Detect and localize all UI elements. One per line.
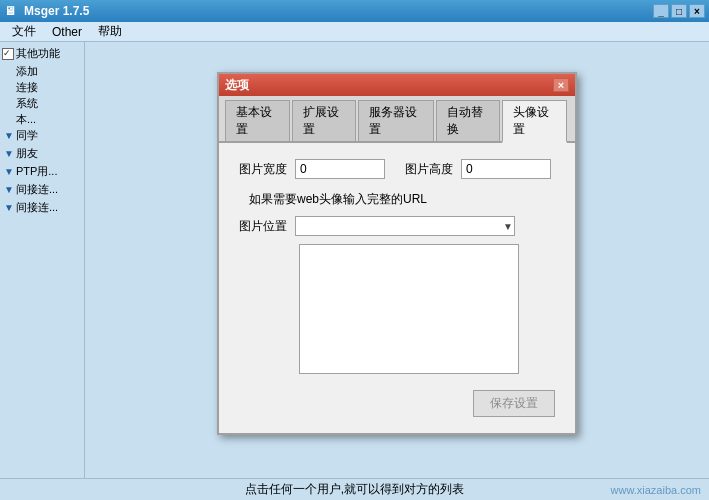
sidebar-group-indirect2: ▼ 间接连... <box>2 199 82 216</box>
arrow-indirect1: ▼ <box>4 184 14 195</box>
tabs-bar: 基本设置 扩展设置 服务器设置 自动替换 头像设置 <box>219 96 575 143</box>
menu-other[interactable]: Other <box>44 23 90 41</box>
sidebar-classmates-label: 同学 <box>16 128 38 143</box>
sidebar-group-ptp: ▼ PTP用... <box>2 163 82 180</box>
close-main-button[interactable]: × <box>689 4 705 18</box>
sidebar-root-items: 添加 连接 系统 本... <box>2 63 82 127</box>
content-area: 其他功能 添加 连接 系统 本... ▼ 同学 ▼ 朋友 <box>0 42 709 478</box>
main-window-title: Msger 1.7.5 <box>20 4 651 18</box>
width-input[interactable] <box>295 159 385 179</box>
sidebar-friends-label: 朋友 <box>16 146 38 161</box>
minimize-button[interactable]: _ <box>653 4 669 18</box>
statusbar: 点击任何一个用户,就可以得到对方的列表 <box>0 478 709 500</box>
image-preview-container <box>299 244 555 374</box>
maximize-button[interactable]: □ <box>671 4 687 18</box>
sidebar: 其他功能 添加 连接 系统 本... ▼ 同学 ▼ 朋友 <box>0 42 85 478</box>
dialog-close-button[interactable]: × <box>553 78 569 92</box>
sidebar-other[interactable]: 本... <box>16 111 82 127</box>
button-row: 保存设置 <box>239 386 555 417</box>
sidebar-group-indirect1: ▼ 间接连... <box>2 181 82 198</box>
dimensions-row: 图片宽度 图片高度 <box>239 159 555 179</box>
arrow-indirect2: ▼ <box>4 202 14 213</box>
sidebar-add[interactable]: 添加 <box>16 63 82 79</box>
arrow-classmates: ▼ <box>4 130 14 141</box>
tab-basic[interactable]: 基本设置 <box>225 100 290 141</box>
position-dropdown-wrapper: ▼ <box>295 216 515 236</box>
statusbar-text: 点击任何一个用户,就可以得到对方的列表 <box>245 481 464 498</box>
root-checkbox[interactable] <box>2 48 14 60</box>
dialog-title: 选项 <box>225 77 553 94</box>
app-icon: 🖥 <box>4 4 16 18</box>
dialog-overlay: 选项 × 基本设置 扩展设置 服务器设置 自动替换 头像设置 <box>85 42 709 478</box>
info-text: 如果需要web头像输入完整的URL <box>249 191 555 208</box>
dialog-titlebar: 选项 × <box>219 74 575 96</box>
watermark-text: www.xiazaiba.com <box>611 484 701 496</box>
options-dialog: 选项 × 基本设置 扩展设置 服务器设置 自动替换 头像设置 <box>217 72 577 435</box>
arrow-ptp: ▼ <box>4 166 14 177</box>
tab-extended[interactable]: 扩展设置 <box>292 100 357 141</box>
sidebar-group-friends: ▼ 朋友 <box>2 145 82 162</box>
sidebar-indirect1-header[interactable]: ▼ 间接连... <box>2 181 82 198</box>
height-input[interactable] <box>461 159 551 179</box>
sidebar-system[interactable]: 系统 <box>16 95 82 111</box>
sidebar-indirect2-label: 间接连... <box>16 200 58 215</box>
sidebar-ptp-header[interactable]: ▼ PTP用... <box>2 163 82 180</box>
position-row: 图片位置 ▼ <box>239 216 555 236</box>
width-label: 图片宽度 <box>239 161 287 178</box>
tab-auto-replace[interactable]: 自动替换 <box>436 100 501 141</box>
sidebar-root-label: 其他功能 <box>16 46 60 61</box>
position-label: 图片位置 <box>239 218 287 235</box>
sidebar-connect[interactable]: 连接 <box>16 79 82 95</box>
menu-file[interactable]: 文件 <box>4 21 44 42</box>
sidebar-group-classmates: ▼ 同学 <box>2 127 82 144</box>
main-titlebar: 🖥 Msger 1.7.5 _ □ × <box>0 0 709 22</box>
sidebar-root: 其他功能 <box>2 46 82 61</box>
arrow-friends: ▼ <box>4 148 14 159</box>
save-button[interactable]: 保存设置 <box>473 390 555 417</box>
height-label: 图片高度 <box>405 161 453 178</box>
sidebar-classmates-header[interactable]: ▼ 同学 <box>2 127 82 144</box>
sidebar-ptp-label: PTP用... <box>16 164 58 179</box>
main-window: 🖥 Msger 1.7.5 _ □ × 文件 Other 帮助 其他功能 添加 … <box>0 0 709 500</box>
sidebar-friends-header[interactable]: ▼ 朋友 <box>2 145 82 162</box>
tab-server[interactable]: 服务器设置 <box>358 100 433 141</box>
main-content: 选项 × 基本设置 扩展设置 服务器设置 自动替换 头像设置 <box>85 42 709 478</box>
image-preview <box>299 244 519 374</box>
menubar: 文件 Other 帮助 <box>0 22 709 42</box>
position-select[interactable] <box>295 216 515 236</box>
dialog-body: 图片宽度 图片高度 如果需要web头像输入完整的URL 图片位置 <box>219 143 575 433</box>
sidebar-indirect1-label: 间接连... <box>16 182 58 197</box>
menu-help[interactable]: 帮助 <box>90 21 130 42</box>
tab-avatar[interactable]: 头像设置 <box>502 100 567 143</box>
sidebar-indirect2-header[interactable]: ▼ 间接连... <box>2 199 82 216</box>
watermark: www.xiazaiba.com <box>611 484 701 496</box>
